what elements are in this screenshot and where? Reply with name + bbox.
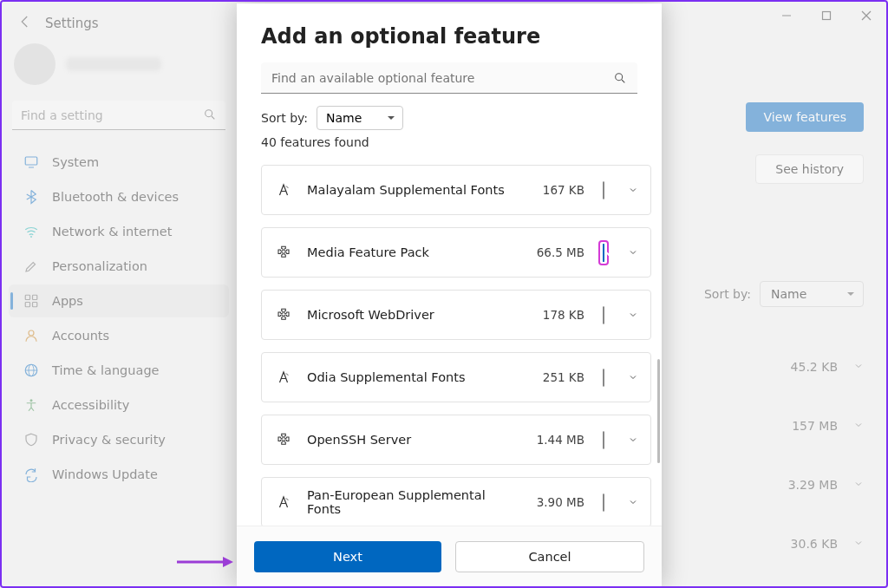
feature-name: Odia Supplemental Fonts	[307, 370, 520, 384]
feature-name: Media Feature Pack	[307, 245, 520, 259]
feature-checkbox[interactable]	[603, 244, 604, 262]
cancel-button[interactable]: Cancel	[455, 541, 644, 572]
feature-size: 178 KB	[534, 308, 584, 322]
modal-sort-row: Sort by: Name	[261, 106, 637, 130]
feature-search-input[interactable]	[261, 62, 637, 94]
feature-checkbox[interactable]	[603, 431, 604, 449]
settings-window: Settings System Blueto	[0, 0, 888, 588]
puzzle-icon	[274, 430, 293, 449]
next-button[interactable]: Next	[254, 541, 441, 572]
feature-name: Microsoft WebDriver	[307, 308, 520, 322]
feature-checkbox[interactable]	[603, 306, 604, 324]
annotation-arrow	[175, 555, 236, 569]
sort-label: Sort by:	[261, 111, 308, 125]
scrollbar-thumb[interactable]	[657, 359, 660, 463]
modal-sort-select[interactable]: Name	[317, 106, 403, 130]
feature-checkbox[interactable]	[603, 493, 604, 512]
puzzle-icon	[274, 305, 293, 324]
checkbox-wrap	[598, 365, 609, 390]
expand-chevron[interactable]	[628, 245, 638, 261]
feature-checkbox[interactable]	[603, 369, 604, 387]
checkbox-wrap	[598, 490, 609, 515]
highlight-box	[598, 240, 609, 265]
feature-size: 251 KB	[534, 370, 584, 384]
expand-chevron[interactable]	[628, 432, 638, 448]
feature-size: 1.44 MB	[534, 433, 584, 447]
checkbox-wrap	[598, 178, 609, 203]
feature-list[interactable]: Malayalam Supplemental Fonts167 KBMedia …	[237, 165, 662, 526]
checkbox-wrap	[598, 303, 609, 328]
result-count: 40 features found	[261, 135, 637, 149]
feature-name: Malayalam Supplemental Fonts	[307, 183, 520, 197]
svg-point-18	[616, 74, 623, 81]
expand-chevron[interactable]	[628, 369, 638, 386]
svg-line-19	[622, 80, 624, 82]
font-icon	[274, 493, 293, 512]
feature-row[interactable]: Media Feature Pack66.5 MB	[261, 227, 651, 278]
feature-row[interactable]: Pan-European Supplemental Fonts3.90 MB	[261, 477, 651, 526]
font-icon	[274, 368, 293, 387]
feature-size: 167 KB	[534, 183, 584, 197]
checkbox-wrap	[598, 428, 609, 453]
expand-chevron[interactable]	[628, 307, 638, 323]
feature-name: Pan-European Supplemental Fonts	[307, 488, 520, 516]
expand-chevron[interactable]	[628, 494, 638, 511]
search-icon	[613, 71, 627, 88]
modal-header: Add an optional feature Sort by: Name 40…	[237, 3, 662, 165]
expand-chevron[interactable]	[628, 182, 638, 199]
feature-name: OpenSSH Server	[307, 433, 520, 447]
modal-footer: Next Cancel	[237, 526, 662, 586]
feature-checkbox[interactable]	[603, 181, 604, 199]
feature-size: 3.90 MB	[534, 495, 584, 509]
font-icon	[274, 180, 293, 199]
add-optional-feature-modal: Add an optional feature Sort by: Name 40…	[237, 3, 662, 586]
feature-row[interactable]: Odia Supplemental Fonts251 KB	[261, 352, 651, 402]
feature-row[interactable]: OpenSSH Server1.44 MB	[261, 415, 651, 465]
modal-title: Add an optional feature	[261, 24, 637, 49]
feature-size: 66.5 MB	[534, 245, 584, 259]
feature-row[interactable]: Microsoft WebDriver178 KB	[261, 290, 651, 340]
feature-row[interactable]: Malayalam Supplemental Fonts167 KB	[261, 165, 651, 215]
puzzle-icon	[274, 243, 293, 262]
